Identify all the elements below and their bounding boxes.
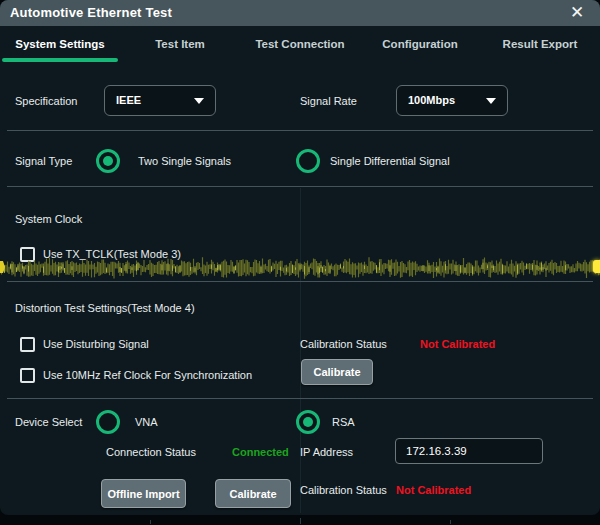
use-tx-tclk-checkbox[interactable] — [20, 247, 35, 262]
automotive-ethernet-test-dialog: Automotive Ethernet Test ✕ System Settin… — [0, 0, 600, 515]
connection-status-value: Connected — [232, 446, 289, 458]
graticule-tick — [150, 520, 151, 524]
graticule-tick — [300, 518, 301, 524]
distortion-calibration-status-value: Not Calibrated — [420, 338, 495, 350]
chevron-down-icon — [194, 98, 204, 104]
device-calibrate-button[interactable]: Calibrate — [215, 479, 291, 508]
graticule-center-line — [300, 188, 301, 513]
rsa-label: RSA — [332, 416, 355, 428]
signal-rate-dropdown[interactable]: 100Mbps — [396, 85, 508, 116]
tab-result-export[interactable]: Result Export — [480, 26, 600, 62]
signal-rate-value: 100Mbps — [408, 86, 455, 114]
scope-screen-strip — [0, 515, 600, 525]
trigger-level-marker-icon — [593, 260, 600, 273]
graticule-tick — [450, 520, 451, 524]
distortion-calibrate-button[interactable]: Calibrate — [301, 359, 373, 385]
connection-status-label: Connection Status — [106, 446, 196, 458]
signal-rate-label: Signal Rate — [300, 95, 357, 107]
dialog-title: Automotive Ethernet Test — [10, 0, 172, 26]
divider — [7, 186, 593, 187]
use-10mhz-ref-clock-checkbox[interactable] — [20, 368, 35, 383]
tab-system-settings[interactable]: System Settings — [0, 26, 120, 62]
specification-dropdown[interactable]: IEEE — [104, 85, 216, 116]
oscilloscope-screen: Automotive Ethernet Test ✕ System Settin… — [0, 0, 600, 525]
radio-vna[interactable] — [96, 410, 120, 434]
signal-type-label: Signal Type — [15, 155, 72, 167]
system-clock-title: System Clock — [15, 213, 82, 225]
use-disturbing-signal-checkbox[interactable] — [20, 337, 35, 352]
specification-value: IEEE — [116, 86, 141, 114]
divider — [7, 281, 593, 282]
tab-bar: System Settings Test Item Test Connectio… — [0, 26, 600, 62]
channel-ground-marker-icon — [0, 261, 5, 273]
close-icon[interactable]: ✕ — [564, 0, 590, 26]
radio-two-single-signals[interactable] — [96, 149, 120, 173]
tab-test-connection[interactable]: Test Connection — [240, 26, 360, 62]
device-calibration-status-label: Calibration Status — [300, 484, 387, 496]
specification-label: Specification — [15, 95, 77, 107]
radio-single-differential-signal[interactable] — [296, 149, 320, 173]
device-select-label: Device Select — [15, 416, 82, 428]
chevron-down-icon — [486, 98, 496, 104]
use-disturbing-signal-label: Use Disturbing Signal — [43, 338, 149, 350]
divider — [7, 398, 593, 399]
tab-test-item[interactable]: Test Item — [120, 26, 240, 62]
radio-rsa[interactable] — [296, 410, 320, 434]
use-10mhz-ref-clock-label: Use 10MHz Ref Clock For Synchronization — [43, 369, 252, 381]
use-tx-tclk-label: Use TX_TCLK(Test Mode 3) — [43, 248, 181, 260]
ip-address-label: IP Address — [300, 446, 353, 458]
distortion-settings-title: Distortion Test Settings(Test Mode 4) — [15, 302, 195, 314]
vna-label: VNA — [135, 416, 158, 428]
offline-import-button[interactable]: Offline Import — [101, 479, 186, 508]
tab-configuration[interactable]: Configuration — [360, 26, 480, 62]
divider — [7, 130, 593, 131]
two-single-signals-label: Two Single Signals — [138, 155, 231, 167]
single-differential-signal-label: Single Differential Signal — [330, 155, 450, 167]
ip-address-input[interactable] — [395, 438, 543, 464]
dialog-titlebar: Automotive Ethernet Test ✕ — [0, 0, 600, 26]
distortion-calibration-status-label: Calibration Status — [300, 338, 387, 350]
device-calibration-status-value: Not Calibrated — [396, 484, 471, 496]
